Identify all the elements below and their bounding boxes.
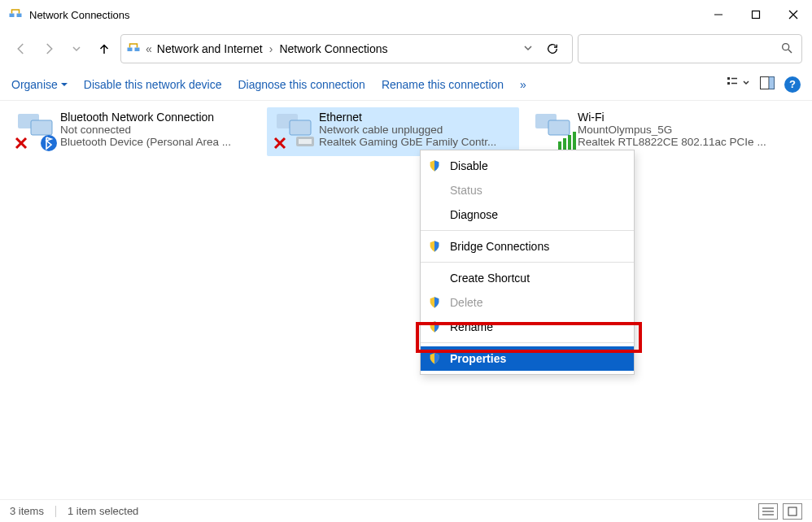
- bluetooth-icon: [13, 111, 60, 153]
- details-view-button[interactable]: [758, 503, 778, 520]
- chevron-right-icon: ›: [268, 42, 275, 55]
- breadcrumb-network-connections[interactable]: Network Connections: [279, 42, 387, 55]
- svg-rect-30: [558, 141, 561, 150]
- disable-device-command[interactable]: Disable this network device: [84, 78, 222, 91]
- rename-command[interactable]: Rename this connection: [382, 78, 504, 91]
- ethernet-icon: [272, 111, 319, 153]
- shield-icon: [427, 159, 442, 173]
- svg-rect-0: [10, 14, 15, 18]
- status-bar: 3 items 1 item selected: [0, 499, 812, 522]
- context-separator: [421, 230, 634, 231]
- address-bar[interactable]: « Network and Internet › Network Connect…: [120, 34, 573, 63]
- connection-name: Ethernet: [319, 111, 514, 124]
- view-options-button[interactable]: [727, 76, 750, 93]
- organise-menu[interactable]: Organise: [11, 78, 68, 91]
- diagnose-command[interactable]: Diagnose this connection: [238, 78, 365, 91]
- context-delete: Delete: [421, 290, 634, 315]
- context-disable[interactable]: Disable: [421, 154, 634, 178]
- context-item-label: Rename: [450, 320, 493, 333]
- maximize-button[interactable]: [737, 2, 775, 28]
- connection-status: MountOlympus_5G: [578, 124, 773, 136]
- address-dropdown-icon[interactable]: [523, 42, 533, 55]
- navigation-bar: « Network and Internet › Network Connect…: [0, 29, 812, 68]
- shield-icon: [427, 351, 442, 366]
- wifi-icon: [530, 111, 578, 153]
- search-icon: [780, 41, 793, 57]
- connection-status: Network cable unplugged: [319, 124, 514, 136]
- context-diagnose[interactable]: Diagnose: [421, 202, 634, 227]
- context-rename[interactable]: Rename: [421, 315, 634, 339]
- context-item-label: Disable: [450, 159, 488, 172]
- svg-line-9: [788, 50, 792, 53]
- refresh-button[interactable]: [538, 34, 567, 63]
- breadcrumb-network-internet[interactable]: Network and Internet: [157, 42, 263, 55]
- context-properties[interactable]: Properties: [421, 346, 634, 371]
- content-area[interactable]: Bluetooth Network Connection Not connect…: [0, 101, 812, 491]
- context-item-label: Delete: [450, 296, 482, 309]
- svg-rect-10: [727, 77, 730, 80]
- search-box[interactable]: [578, 34, 802, 63]
- command-bar: Organise Disable this network device Dia…: [0, 68, 812, 101]
- connection-list: Bluetooth Network Connection Not connect…: [8, 107, 804, 156]
- connection-name: Bluetooth Network Connection: [60, 111, 255, 124]
- large-icons-view-button[interactable]: [783, 503, 802, 520]
- svg-rect-29: [548, 120, 570, 135]
- svg-rect-25: [299, 139, 312, 144]
- context-item-label: Create Shortcut: [450, 272, 530, 285]
- window-title: Network Connections: [29, 9, 700, 21]
- help-button[interactable]: ?: [784, 76, 801, 93]
- window-controls: [700, 2, 812, 28]
- context-bridge[interactable]: Bridge Connections: [421, 234, 634, 259]
- context-item-label: Bridge Connections: [450, 240, 549, 253]
- context-status: Status: [421, 178, 634, 202]
- connection-status: Not connected: [60, 124, 255, 136]
- titlebar[interactable]: Network Connections: [0, 0, 812, 29]
- connection-name: Wi-Fi: [578, 111, 773, 124]
- svg-rect-31: [563, 138, 566, 150]
- connection-item-ethernet[interactable]: Ethernet Network cable unplugged Realtek…: [267, 107, 519, 156]
- context-item-label: Diagnose: [450, 208, 498, 221]
- connection-item-wifi[interactable]: Wi-Fi MountOlympus_5G Realtek RTL8822CE …: [526, 107, 778, 156]
- app-icon: [8, 7, 23, 22]
- shield-icon: [427, 320, 442, 334]
- svg-rect-23: [290, 120, 311, 135]
- svg-rect-32: [568, 135, 571, 150]
- connection-device: Bluetooth Device (Personal Area ...: [60, 136, 255, 148]
- overflow-command[interactable]: »: [520, 78, 526, 91]
- status-selection: 1 item selected: [68, 505, 138, 517]
- close-button[interactable]: [775, 2, 812, 28]
- context-separator: [421, 342, 634, 343]
- context-separator: [421, 262, 634, 263]
- svg-rect-18: [31, 120, 52, 135]
- context-menu: Disable Status Diagnose Bridge Connectio…: [420, 150, 635, 375]
- svg-rect-33: [573, 132, 576, 150]
- context-create-shortcut[interactable]: Create Shortcut: [421, 266, 634, 290]
- svg-rect-11: [727, 82, 730, 85]
- svg-point-8: [783, 43, 789, 50]
- status-item-count: 3 items: [10, 505, 44, 517]
- back-button[interactable]: [10, 37, 33, 60]
- location-icon: [126, 41, 141, 56]
- recent-locations-button[interactable]: [65, 37, 88, 60]
- svg-rect-16: [769, 76, 775, 89]
- shield-icon: [427, 295, 442, 310]
- breadcrumb-prefix[interactable]: «: [146, 42, 152, 55]
- connection-item-bluetooth[interactable]: Bluetooth Network Connection Not connect…: [8, 107, 260, 156]
- svg-rect-37: [788, 507, 797, 515]
- svg-rect-1: [17, 14, 22, 18]
- svg-rect-7: [135, 48, 140, 52]
- svg-rect-3: [753, 11, 760, 19]
- status-divider: [55, 506, 56, 517]
- connection-device: Realtek Gaming GbE Family Contr...: [319, 136, 514, 148]
- preview-pane-button[interactable]: [760, 76, 775, 92]
- shield-icon: [427, 239, 442, 254]
- context-item-label: Status: [450, 184, 482, 197]
- svg-rect-6: [128, 48, 133, 52]
- up-button[interactable]: [93, 37, 116, 60]
- connection-device: Realtek RTL8822CE 802.11ac PCIe ...: [578, 136, 773, 148]
- context-item-label: Properties: [450, 352, 506, 365]
- minimize-button[interactable]: [700, 2, 737, 28]
- forward-button[interactable]: [37, 37, 60, 60]
